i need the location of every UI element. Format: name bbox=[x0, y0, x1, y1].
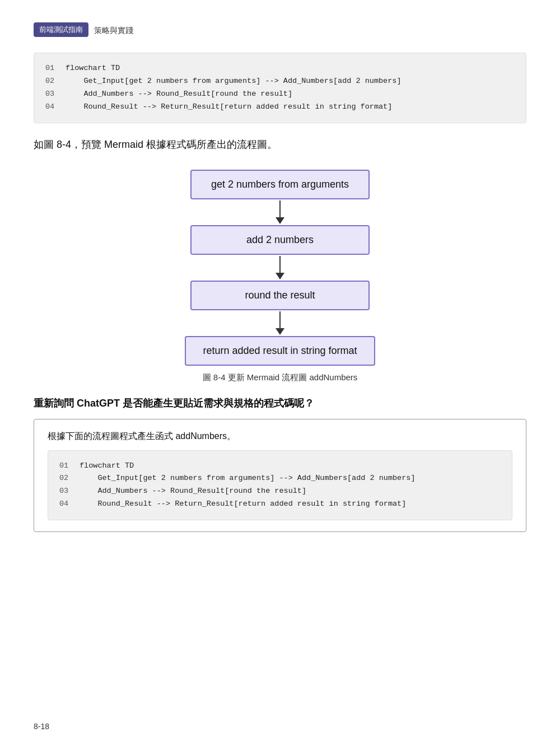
arrow-head-1 bbox=[276, 217, 284, 224]
prompt-intro: 根據下面的流程圖程式產生函式 addNumbers。 bbox=[48, 431, 512, 442]
line-num-2: 02 bbox=[45, 75, 57, 88]
header-badge: 前端測試指南 bbox=[34, 22, 88, 37]
prompt-line-content-4: Round_Result --> Return_Result[return ad… bbox=[80, 498, 501, 511]
code-line-3: 03 Add_Numbers --> Round_Result[round th… bbox=[45, 88, 515, 101]
flowchart-diagram: get 2 numbers from arguments add 2 numbe… bbox=[34, 170, 526, 366]
arrow-line-1 bbox=[279, 200, 281, 217]
arrow-head-2 bbox=[276, 273, 284, 279]
line-content-3: Add_Numbers --> Round_Result[round the r… bbox=[66, 88, 515, 101]
figure-caption: 圖 8-4 更新 Mermaid 流程圖 addNumbers bbox=[34, 372, 526, 383]
line-num-4: 04 bbox=[45, 101, 57, 114]
prompt-code-line-3: 03 Add_Numbers --> Round_Result[round th… bbox=[59, 485, 501, 498]
page-number: 8-18 bbox=[34, 722, 49, 731]
line-num-1: 01 bbox=[45, 62, 57, 75]
line-content-4: Round_Result --> Return_Result[return ad… bbox=[66, 101, 515, 114]
prompt-line-num-2: 02 bbox=[59, 472, 71, 485]
flow-node-3: round the result bbox=[190, 281, 370, 310]
code-block-top: 01 flowchart TD 02 Get_Input[get 2 numbe… bbox=[34, 53, 526, 123]
paragraph-1: 如圖 8-4，預覽 Mermaid 根據程式碼所產出的流程圖。 bbox=[34, 137, 526, 153]
header-subtitle: 策略與實踐 bbox=[94, 26, 133, 36]
code-line-1: 01 flowchart TD bbox=[45, 62, 515, 75]
prompt-code-block: 01 flowchart TD 02 Get_Input[get 2 numbe… bbox=[48, 450, 512, 521]
prompt-line-num-4: 04 bbox=[59, 498, 71, 511]
line-content-1: flowchart TD bbox=[66, 62, 515, 75]
prompt-line-content-2: Get_Input[get 2 numbers from arguments] … bbox=[80, 472, 501, 485]
prompt-code-line-2: 02 Get_Input[get 2 numbers from argument… bbox=[59, 472, 501, 485]
arrow-line-2 bbox=[279, 256, 281, 273]
prompt-line-content-3: Add_Numbers --> Round_Result[round the r… bbox=[80, 485, 501, 498]
prompt-line-num-3: 03 bbox=[59, 485, 71, 498]
flow-node-4: return added result in string format bbox=[185, 336, 375, 366]
arrow-1 bbox=[276, 200, 284, 224]
flow-node-2: add 2 numbers bbox=[190, 225, 370, 255]
prompt-code-line-1: 01 flowchart TD bbox=[59, 460, 501, 473]
arrow-head-3 bbox=[276, 328, 284, 335]
flow-node-1: get 2 numbers from arguments bbox=[190, 170, 370, 199]
code-line-4: 04 Round_Result --> Return_Result[return… bbox=[45, 101, 515, 114]
prompt-box: 根據下面的流程圖程式產生函式 addNumbers。 01 flowchart … bbox=[34, 419, 526, 533]
code-line-2: 02 Get_Input[get 2 numbers from argument… bbox=[45, 75, 515, 88]
prompt-code-line-4: 04 Round_Result --> Return_Result[return… bbox=[59, 498, 501, 511]
arrow-3 bbox=[276, 311, 284, 335]
prompt-line-content-1: flowchart TD bbox=[80, 460, 501, 473]
line-content-2: Get_Input[get 2 numbers from arguments] … bbox=[66, 75, 515, 88]
arrow-line-3 bbox=[279, 311, 281, 328]
prompt-line-num-1: 01 bbox=[59, 460, 71, 473]
line-num-3: 03 bbox=[45, 88, 57, 101]
arrow-2 bbox=[276, 256, 284, 279]
section-heading: 重新詢問 ChatGPT 是否能產生更貼近需求與規格的程式碼呢？ bbox=[34, 397, 526, 410]
